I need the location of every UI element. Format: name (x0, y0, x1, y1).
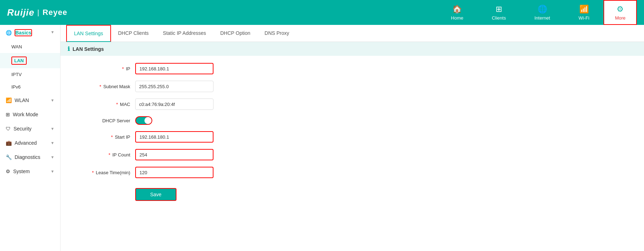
wlan-chevron-icon: ▼ (51, 98, 54, 102)
subnet-label: * Subnet Mask (82, 84, 135, 89)
form-row-lease-time: * Lease Time(min) (82, 167, 623, 178)
lease-time-input[interactable] (135, 167, 213, 178)
form-row-dhcp-server: DHCP Server (82, 116, 623, 125)
security-icon: 🛡 (6, 126, 11, 132)
nav-clients[interactable]: ⊞ Clients (477, 1, 520, 24)
nav-wifi-label: Wi-Fi (579, 15, 589, 21)
logo-ruijie: Ruijie (7, 7, 35, 18)
dhcp-server-label: DHCP Server (82, 118, 135, 123)
sidebar-item-ipv6[interactable]: IPv6 (0, 81, 60, 93)
sidebar-item-security[interactable]: 🛡 Security ▼ (0, 122, 60, 136)
nav-home[interactable]: 🏠 Home (437, 1, 478, 24)
form-row-start-ip: * Start IP (82, 131, 623, 143)
clients-icon: ⊞ (496, 5, 502, 14)
advanced-icon: 💼 (6, 140, 12, 146)
save-row: Save (82, 185, 623, 201)
sidebar-item-lan[interactable]: LAN (0, 53, 60, 68)
nav-internet[interactable]: 🌐 Internet (520, 1, 564, 24)
workmode-icon: ⊞ (6, 112, 10, 117)
lease-time-label: * Lease Time(min) (82, 170, 135, 175)
section-title-bar: ℹ LAN Settings (60, 42, 644, 56)
nav-more[interactable]: ⚙ More (603, 0, 637, 25)
form-row-mac: * MAC (82, 98, 623, 110)
dhcp-toggle-wrapper (135, 116, 152, 125)
form-row-ip-count: * IP Count (82, 149, 623, 160)
sidebar-item-basics[interactable]: 🌐 Basics ▲ (0, 25, 60, 41)
more-gear-icon: ⚙ (617, 5, 624, 14)
ip-count-input[interactable] (135, 149, 213, 160)
sidebar-item-advanced[interactable]: 💼 Advanced ▼ (0, 136, 60, 150)
wifi-icon: 📶 (579, 5, 589, 14)
sidebar-item-diagnostics[interactable]: 🔧 Diagnostics ▼ (0, 150, 60, 164)
mac-input[interactable] (135, 98, 213, 110)
sidebar-item-workmode[interactable]: ⊞ Work Mode (0, 107, 60, 122)
sidebar-basics-label: Basics (15, 29, 32, 36)
diagnostics-chevron-icon: ▼ (51, 155, 54, 159)
form-row-ip: * IP (82, 63, 623, 74)
nav-more-label: More (615, 15, 625, 21)
tab-lan-settings[interactable]: LAN Settings (66, 25, 111, 42)
section-title: LAN Settings (73, 46, 104, 52)
ip-label: * IP (82, 66, 135, 71)
nav-wifi[interactable]: 📶 Wi-Fi (564, 1, 603, 24)
wlan-wifi-icon: 📶 (6, 97, 12, 103)
nav-items: 🏠 Home ⊞ Clients 🌐 Internet 📶 Wi-Fi ⚙ Mo… (437, 0, 637, 25)
main-layout: 🌐 Basics ▲ WAN LAN IPTV IPv6 📶 WLA (0, 25, 644, 251)
sidebar-item-wlan[interactable]: 📶 WLAN ▼ (0, 93, 60, 107)
logo: Ruijie | Reyee (7, 7, 67, 18)
start-ip-input[interactable] (135, 131, 213, 143)
tab-static-ip[interactable]: Static IP Addresses (156, 25, 213, 42)
advanced-chevron-icon: ▼ (51, 141, 54, 145)
sidebar-item-system[interactable]: ⚙ System ▼ (0, 164, 60, 178)
basics-globe-icon: 🌐 (6, 30, 12, 36)
security-chevron-icon: ▼ (51, 127, 54, 131)
content-area: LAN Settings DHCP Clients Static IP Addr… (60, 25, 644, 251)
ip-input[interactable] (135, 63, 213, 74)
section-info-icon: ℹ (68, 46, 70, 52)
system-icon: ⚙ (6, 169, 10, 174)
home-icon: 🏠 (452, 5, 462, 14)
tab-dns-proxy[interactable]: DNS Proxy (258, 25, 296, 42)
sidebar-item-iptv[interactable]: IPTV (0, 68, 60, 81)
sidebar: 🌐 Basics ▲ WAN LAN IPTV IPv6 📶 WLA (0, 25, 60, 251)
dhcp-server-toggle[interactable] (135, 116, 152, 125)
tabs-bar: LAN Settings DHCP Clients Static IP Addr… (60, 25, 644, 42)
sidebar-item-wan[interactable]: WAN (0, 41, 60, 53)
save-button[interactable]: Save (135, 188, 176, 201)
ip-count-label: * IP Count (82, 152, 135, 157)
logo-reyee: Reyee (42, 8, 67, 17)
nav-home-label: Home (451, 15, 464, 21)
tab-dhcp-clients[interactable]: DHCP Clients (111, 25, 156, 42)
start-ip-label: * Start IP (82, 134, 135, 140)
lan-settings-form: * IP * Subnet Mask * MAC (60, 56, 644, 212)
nav-internet-label: Internet (534, 15, 550, 21)
mac-label: * MAC (82, 102, 135, 107)
logo-divider: | (37, 9, 40, 17)
subnet-input[interactable] (135, 81, 213, 92)
tab-dhcp-option[interactable]: DHCP Option (213, 25, 258, 42)
internet-icon: 🌐 (538, 5, 547, 14)
nav-clients-label: Clients (492, 15, 506, 21)
diagnostics-icon: 🔧 (6, 154, 12, 160)
basics-chevron-icon: ▲ (51, 31, 54, 35)
toggle-knob (144, 117, 152, 124)
header: Ruijie | Reyee 🏠 Home ⊞ Clients 🌐 Intern… (0, 0, 644, 25)
form-row-subnet: * Subnet Mask (82, 81, 623, 92)
system-chevron-icon: ▼ (51, 169, 54, 173)
